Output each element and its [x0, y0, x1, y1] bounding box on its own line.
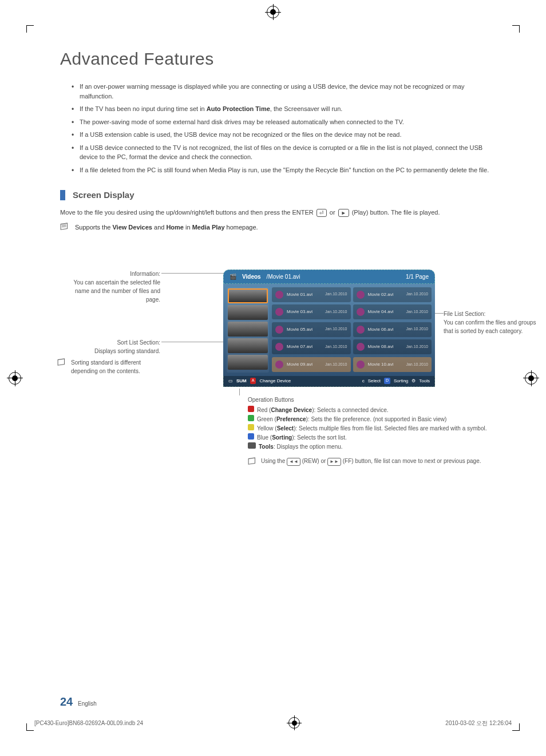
leader-line — [161, 342, 224, 342]
red-a-icon — [248, 406, 254, 412]
page-number: 24 — [60, 695, 73, 708]
crop-mark — [26, 723, 34, 731]
callout-filelist: File List Section: You can confirm the f… — [444, 310, 541, 335]
leader-line — [239, 389, 240, 395]
device-icon: ▭ — [228, 378, 233, 385]
reel-icon — [275, 308, 283, 316]
note-icon — [60, 223, 70, 231]
reel-icon — [357, 343, 365, 351]
page-indicator: 1/1 Page — [406, 272, 429, 281]
file-date: Jan.10.2010 — [325, 291, 347, 298]
crop-mark — [512, 723, 520, 731]
text: (FF) button, file list can move to next … — [343, 458, 481, 464]
operation-header: Operation Buttons — [248, 395, 486, 404]
callout-sort: Sort List Section: Displays sorting stan… — [60, 338, 160, 355]
sort-thumb[interactable] — [228, 322, 268, 337]
green-b-icon — [248, 415, 254, 421]
file-item[interactable]: Movie 05.aviJan.10.2010 — [272, 322, 351, 337]
sum-label: SUM — [236, 378, 247, 385]
text: Move to the file you desired using the u… — [60, 209, 314, 216]
reel-icon — [357, 361, 365, 369]
file-date: Jan.10.2010 — [406, 326, 428, 333]
sort-thumb[interactable] — [228, 338, 268, 353]
file-date: Jan.10.2010 — [325, 344, 347, 350]
tools-label: Tools — [419, 378, 430, 385]
file-item[interactable]: Movie 10.aviJan.10.2010 — [353, 357, 432, 372]
file-date: Jan.10.2010 — [325, 362, 347, 368]
registration-mark — [267, 6, 279, 18]
list-item: If the TV has been no input during time … — [72, 104, 490, 114]
a-button[interactable]: A — [250, 378, 256, 384]
callout-information: Information: You can ascertain the selec… — [60, 270, 160, 304]
print-meta-footer: [PC430-Euro]BN68-02692A-00L09.indb 24 20… — [34, 717, 512, 729]
list-item: If a USB extension cable is used, the US… — [72, 130, 490, 140]
callout-sort-note: Sorting standard is different depending … — [57, 358, 161, 375]
callout-head: Information: — [130, 271, 160, 277]
note-line: Supports the View Devices and Home in Me… — [60, 223, 490, 232]
enter-icon: ⏎ — [316, 209, 327, 217]
file-item[interactable]: Movie 09.aviJan.10.2010 — [272, 357, 351, 372]
list-item: If a file deleted from the PC is still f… — [72, 165, 490, 175]
reel-icon — [275, 291, 283, 299]
yellow-c-icon — [248, 424, 254, 430]
file-item[interactable]: Movie 06.aviJan.10.2010 — [353, 322, 432, 337]
file-item[interactable]: Movie 02.aviJan.10.2010 — [353, 287, 432, 302]
sort-thumb[interactable] — [228, 288, 268, 303]
section-header: Screen Display — [60, 189, 490, 202]
file-item[interactable]: Movie 04.aviJan.10.2010 — [353, 304, 432, 319]
text: or — [330, 209, 337, 216]
sort-thumb[interactable] — [228, 355, 268, 370]
paragraph: Move to the file you desired using the u… — [60, 208, 490, 217]
timestamp-meta: 2010-03-02 오전 12:26:04 — [445, 719, 512, 727]
language-label: English — [78, 700, 97, 707]
leader-line — [435, 313, 444, 314]
tools-icon — [248, 442, 256, 449]
note-icon — [248, 457, 258, 465]
list-item: If a USB device connected to the TV is n… — [72, 143, 490, 162]
text: (REW) or — [302, 458, 327, 464]
blue-d-icon — [248, 433, 254, 440]
op-text: Tools: Displays the option menu. — [259, 442, 343, 451]
d-button[interactable]: D — [384, 378, 390, 384]
select-label: Select — [368, 378, 381, 385]
rew-icon: ◄◄ — [287, 458, 300, 466]
callout-body: You can ascertain the selected file name… — [74, 279, 160, 303]
section-title: Screen Display — [73, 189, 134, 202]
callout-body: Sorting standard is different depending … — [71, 358, 161, 375]
file-item[interactable]: Movie 07.aviJan.10.2010 — [272, 339, 351, 354]
reel-icon — [275, 343, 283, 351]
registration-mark — [9, 372, 21, 385]
reel-icon — [357, 326, 365, 334]
callout-body: Displays sorting standard. — [94, 348, 160, 354]
file-date: Jan.10.2010 — [406, 309, 428, 315]
reel-icon — [275, 326, 283, 334]
file-name: Movie 06.avi — [368, 326, 394, 333]
a-label: Change Device — [259, 378, 291, 385]
file-item[interactable]: Movie 03.aviJan.10.2010 — [272, 304, 351, 319]
file-item[interactable]: Movie 08.aviJan.10.2010 — [353, 339, 432, 354]
category-label: Videos — [242, 272, 261, 281]
op-text: Blue (Sorting): Selects the sort list. — [257, 433, 347, 442]
text: Using the — [261, 458, 287, 464]
note-icon — [57, 358, 68, 366]
file-date: Jan.10.2010 — [406, 291, 428, 298]
crop-mark — [26, 25, 34, 33]
file-name: Movie 08.avi — [368, 343, 394, 350]
file-name: Movie 03.avi — [287, 308, 312, 315]
file-date: Jan.10.2010 — [325, 326, 347, 333]
file-date: Jan.10.2010 — [406, 344, 428, 350]
callout-head: File List Section: — [444, 311, 485, 317]
leader-line — [161, 273, 224, 274]
file-item[interactable]: Movie 01.aviJan.10.2010 — [272, 287, 351, 302]
op-text: Green (Preference): Sets the file prefer… — [257, 415, 446, 423]
op-text: Yellow (Select): Selects multiple files … — [257, 424, 486, 433]
file-name: Movie 02.avi — [368, 291, 394, 298]
video-icon: 🎬 — [230, 272, 236, 281]
text: (Play) button. The file is played. — [352, 209, 440, 216]
sort-column — [227, 287, 269, 373]
registration-mark — [288, 717, 300, 729]
bullet-list: If an over-power warning message is disp… — [72, 82, 490, 175]
ff-icon: ►► — [327, 458, 341, 466]
sort-thumb[interactable] — [228, 305, 268, 320]
tools-icon: ⚙ — [412, 378, 416, 385]
